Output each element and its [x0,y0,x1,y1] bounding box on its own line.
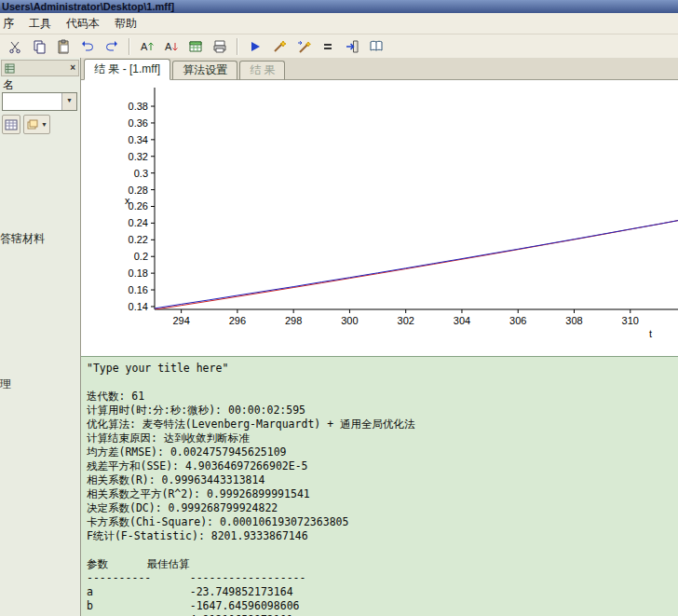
decrease-font-icon: A [164,39,179,54]
variable-combo[interactable]: ▼ [2,92,77,111]
menu-item-program[interactable]: 序 [0,13,21,34]
chevron-down-icon[interactable]: ▼ [61,93,76,110]
data-table-icon [188,39,203,54]
book-icon [369,39,384,54]
combo-value [3,93,61,110]
svg-text:0.32: 0.32 [129,151,148,162]
increase-font-button[interactable]: A [136,36,158,57]
paste-button[interactable] [52,36,75,57]
panel-grid-icon [5,63,15,74]
svg-text:306: 306 [509,315,526,326]
chevron-down-icon[interactable]: ▼ [41,121,47,128]
equals-icon [320,39,335,54]
results-line: b -1647.64596098606 [87,599,678,613]
print-button[interactable] [209,36,231,57]
tree-item-process[interactable]: 理 [0,376,11,392]
main-panel: 结 果 - [1.mff] 算法设置 结 果 29429629830030230… [81,58,678,616]
svg-text:0.18: 0.18 [129,267,148,279]
tab-result[interactable]: 结 果 [239,61,285,80]
table-view-button[interactable] [2,115,20,134]
toolbar-separator [129,38,130,55]
svg-text:A: A [141,41,148,52]
undo-button[interactable] [76,36,99,57]
results-line: 残差平方和(SSE): 4.90364697266902E-5 [87,459,678,473]
svg-text:x: x [125,195,130,206]
results-lines: "Type your title here" 迭代数: 61计算用时(时:分:秒… [87,362,678,616]
svg-text:302: 302 [398,315,414,326]
results-line: 优化算法: 麦夸特法(Levenberg-Marquardt) + 通用全局优化… [87,418,678,431]
results-line: 相关系数(R): 0.99963443313814 [87,473,678,487]
results-line: 均方差(RMSE): 0.0024757945625109 [87,445,678,459]
increase-font-icon: A [140,39,155,54]
copy-icon [32,39,47,54]
layers-icon [26,118,39,131]
svg-text:294: 294 [172,315,189,326]
table-view-icon [5,118,18,131]
svg-text:0.22: 0.22 [129,234,148,245]
panel-close-button[interactable]: × [70,63,75,73]
sidebar-panel-header: × [1,60,79,76]
menu-item-help[interactable]: 帮助 [107,13,144,34]
menu-bar: 序 工具 代码本 帮助 [0,13,678,34]
results-line: "Type your title here" [87,362,678,376]
svg-text:296: 296 [229,315,246,326]
svg-text:300: 300 [341,315,358,326]
curve-fit-icon [272,39,287,54]
svg-text:t: t [649,328,652,339]
curve-fit-button[interactable] [268,36,291,57]
run-icon [248,39,263,54]
fit-chart-panel: 2942962983003023043063083100.140.160.180… [81,80,678,356]
tree-item-material[interactable]: 答辖材料 [0,231,45,247]
svg-text:0.14: 0.14 [129,301,148,312]
menu-item-codebook[interactable]: 代码本 [59,13,107,34]
svg-text:304: 304 [454,315,470,326]
svg-text:310: 310 [622,315,639,326]
panel-label: 名 [3,77,14,93]
redo-icon [104,39,119,54]
toolbar: A A [0,34,678,59]
equals-button[interactable] [317,36,339,57]
fit-plot: 2942962983003023043063083100.140.160.180… [81,80,678,356]
fast-fit-icon [296,39,311,54]
export-icon [345,39,359,54]
results-line: F统计(F-Statistic): 8201.9333867146 [87,529,678,543]
tab-strip: 结 果 - [1.mff] 算法设置 结 果 [81,58,678,80]
cut-icon [7,39,22,54]
svg-text:0.36: 0.36 [129,117,148,129]
cut-button[interactable] [4,36,26,57]
paste-icon [56,39,71,54]
run-button[interactable] [244,36,266,57]
svg-text:0.2: 0.2 [134,251,148,262]
menu-item-tools[interactable]: 工具 [21,13,59,34]
fast-fit-button[interactable] [292,36,315,57]
svg-text:308: 308 [565,315,582,326]
tab-result-file[interactable]: 结 果 - [1.mff] [84,59,170,80]
sidebar-toolbar: ▼ [2,115,50,134]
print-icon [212,39,227,54]
toolbar-separator [237,38,238,55]
data-table-button[interactable] [184,36,207,57]
svg-text:298: 298 [285,315,302,326]
tab-algorithm-settings[interactable]: 算法设置 [172,61,237,80]
svg-text:A: A [165,41,172,52]
left-sidebar: × 名 ▼ ▼ 答辖材料 理 [0,58,81,616]
results-line: 迭代数: 61 [87,390,678,404]
results-line: 计算用时(时:分:秒:微秒): 00:00:02:595 [87,404,678,418]
svg-text:0.34: 0.34 [129,134,148,145]
report-book-button[interactable] [365,36,387,57]
results-line: 计算结束原因: 达到收敛判断标准 [87,431,678,445]
svg-text:0.3: 0.3 [134,168,148,179]
results-line: ---------- ------------------ [87,571,678,585]
results-line: 参数 最佳估算 [87,557,678,571]
copy-button[interactable] [28,36,50,57]
svg-text:0.16: 0.16 [129,284,148,295]
export-button[interactable] [341,36,363,57]
layers-button[interactable]: ▼ [23,115,50,134]
decrease-font-button[interactable]: A [160,36,183,57]
results-panel: "Type your title here" 迭代数: 61计算用时(时:分:秒… [81,356,678,616]
redo-button[interactable] [101,36,123,57]
results-line: 相关系数之平方(R^2): 0.99926899991541 [87,487,678,501]
results-line: 卡方系数(Chi-Square): 0.000106193072363805 [87,515,678,529]
window-title: Users\Administrator\Desktop\1.mff] [2,1,174,12]
svg-text:0.26: 0.26 [129,200,148,212]
